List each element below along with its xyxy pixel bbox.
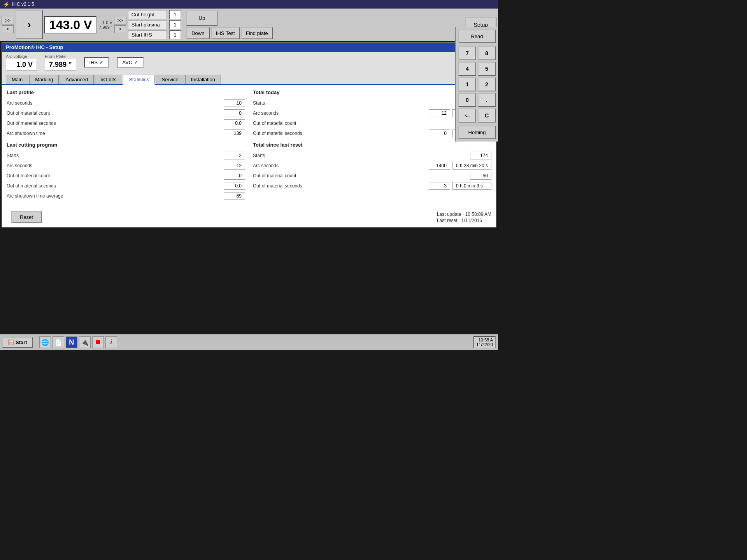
numpad-row-78: 7 8 <box>458 46 496 60</box>
tsr-arc-seconds-value: 1400 <box>429 162 450 170</box>
taskbar: 🪟 Start 🌐 📄 N 🔌 ⏹ i 10:58 A 11/22/20 <box>0 334 498 350</box>
cut-height-value: 1 <box>169 10 181 19</box>
lcp-out-material-seconds-label: Out of material seconds <box>7 183 224 189</box>
lcp-starts-row: Starts 2 <box>7 152 245 159</box>
numpad-1[interactable]: 1 <box>458 77 476 91</box>
tab-io-bits[interactable]: I/O bits <box>95 75 122 84</box>
top-bar: >> < › 143.0 V 1.0 V 7.989 " >> > Cut he… <box>0 9 498 41</box>
voltage-display: 143.0 V <box>44 16 96 33</box>
numpad-8[interactable]: 8 <box>478 46 496 60</box>
tab-service[interactable]: Service <box>156 75 184 84</box>
tt-out-material-seconds-value: 0 <box>429 130 450 137</box>
lp-out-material-count-label: Out of material count <box>7 110 224 116</box>
avc-checkmark: ✓ <box>134 60 138 65</box>
lp-out-material-count-row: Out of material count 0 <box>7 109 245 117</box>
avc-checkbox-group: AVC ✓ <box>117 57 144 68</box>
numpad-clear[interactable]: C <box>478 108 496 122</box>
controls-block: Cut height 1 Start plasma 1 Start IHS 1 <box>128 10 181 39</box>
lp-out-material-seconds-value: 0.0 <box>224 119 245 127</box>
start-plasma-row: Start plasma 1 <box>128 20 181 29</box>
ihs-checkbox-group: IHS ✓ <box>84 57 109 68</box>
ihs-checkmark: ✓ <box>99 60 103 65</box>
panel-title: ProMotion® iHC - Setup <box>2 43 496 52</box>
tsr-starts-row: Starts 174 <box>253 152 491 159</box>
last-update-value: 10:58:09 AM <box>465 212 491 217</box>
down-btn[interactable]: Down <box>186 27 210 39</box>
numpad-4[interactable]: 4 <box>458 62 476 76</box>
from-plate-section: From Plate 7.989 " <box>45 54 76 71</box>
last-cutting-title: Last cutting program <box>7 142 245 148</box>
tsr-out-material-seconds-value: 3 <box>429 182 450 190</box>
lcp-out-material-count-label: Out of material count <box>7 173 224 178</box>
app-icon: ⚡ <box>3 1 10 7</box>
tab-main[interactable]: Main <box>6 75 28 84</box>
lp-arc-shutdown-value: 139 <box>224 130 245 137</box>
homing-btn[interactable]: Homing <box>458 126 496 139</box>
clock: 10:58 A 11/22/20 <box>473 336 496 348</box>
nav-block: >> < <box>2 10 14 39</box>
tsr-out-material-seconds-row: Out of material seconds 3 0 h 0 min 3 s <box>253 182 491 190</box>
numpad-row-12: 1 2 <box>458 77 496 91</box>
tt-out-material-seconds-label: Out of material seconds <box>253 131 429 136</box>
start-plasma-label: Start plasma <box>128 20 167 29</box>
numpad-0[interactable]: 0 <box>458 93 476 107</box>
tsr-out-material-count-label: Out of material count <box>253 173 470 178</box>
statistics-content: Last profile Arc seconds 10 Out of mater… <box>2 85 496 207</box>
start-btn[interactable]: 🪟 Start <box>2 337 33 348</box>
lcp-out-material-count-value: 0 <box>224 172 245 180</box>
lcp-arc-shutdown-avg-row: Arc shutdown time average 69 <box>7 192 245 200</box>
avc-checkbox[interactable]: AVC ✓ <box>117 57 144 68</box>
up-btn[interactable]: Up <box>186 10 217 26</box>
voltage-sub: 1.0 V 7.989 " <box>99 20 112 30</box>
arc-voltage-value: 1.0 V <box>6 59 37 71</box>
tt-starts-label: Starts <box>253 100 470 106</box>
panel-header: Arc voltage 1.0 V From Plate 7.989 " IHS… <box>2 52 496 73</box>
tt-arc-seconds-value: 12 <box>429 109 450 117</box>
app-title: IHC v2.1.5 <box>12 2 34 7</box>
tab-installation[interactable]: Installation <box>185 75 221 84</box>
numpad: Read 7 8 4 5 1 2 0 . <-- C Homing <box>455 27 498 142</box>
last-update-label: Last update <box>437 212 461 217</box>
nav-single-forward-btn[interactable]: > <box>114 25 126 33</box>
taskbar-n-icon[interactable]: N <box>66 336 77 348</box>
lp-arc-seconds-label: Arc seconds <box>7 100 224 106</box>
avc-label: AVC <box>122 60 132 65</box>
main-panel: ProMotion® iHC - Setup Arc voltage 1.0 V… <box>2 42 496 228</box>
cut-height-row: Cut height 1 <box>128 10 181 19</box>
start-ihs-row: Start IHS 1 <box>128 30 181 39</box>
numpad-2[interactable]: 2 <box>478 77 496 91</box>
tab-advanced[interactable]: Advanced <box>60 75 94 84</box>
tt-arc-seconds-label: Arc seconds <box>253 110 429 116</box>
ihs-test-btn[interactable]: IHS Test <box>211 27 240 39</box>
numpad-backspace[interactable]: <-- <box>458 108 476 122</box>
nav-double-forward-btn[interactable]: >> <box>114 17 126 24</box>
arc-voltage-label: Arc voltage <box>6 54 27 59</box>
numpad-row-0dot: 0 . <box>458 93 496 107</box>
numpad-7[interactable]: 7 <box>458 46 476 60</box>
reset-btn[interactable]: Reset <box>11 211 42 223</box>
tab-marking[interactable]: Marking <box>29 75 59 84</box>
arc-voltage-section: Arc voltage 1.0 V <box>6 54 37 71</box>
tab-statistics[interactable]: Statistics <box>123 75 155 85</box>
numpad-5[interactable]: 5 <box>478 62 496 76</box>
nav-forward-double-btn[interactable]: >> <box>2 17 14 24</box>
lcp-starts-label: Starts <box>7 153 224 158</box>
tsr-out-material-count-row: Out of material count 50 <box>253 172 491 180</box>
taskbar-stop-icon[interactable]: ⏹ <box>92 336 104 348</box>
left-section: Last profile Arc seconds 10 Out of mater… <box>7 89 245 202</box>
taskbar-ie-icon[interactable]: 🌐 <box>39 336 51 348</box>
find-plate-btn[interactable]: Find plate <box>241 27 273 39</box>
taskbar-plug-icon[interactable]: 🔌 <box>79 336 91 348</box>
read-btn[interactable]: Read <box>458 30 496 43</box>
taskbar-doc-icon[interactable]: 📄 <box>53 336 64 348</box>
ihs-checkbox[interactable]: IHS ✓ <box>84 57 109 68</box>
nav-back-btn[interactable]: < <box>2 25 14 33</box>
taskbar-info-icon[interactable]: i <box>105 336 117 348</box>
nav-arrow-big-btn[interactable]: › <box>16 10 43 39</box>
lp-out-material-seconds-label: Out of material seconds <box>7 121 224 126</box>
numpad-row-45: 4 5 <box>458 62 496 76</box>
total-since-reset-title: Total since last reset <box>253 142 491 148</box>
lp-out-material-seconds-row: Out of material seconds 0.0 <box>7 119 245 127</box>
numpad-dot[interactable]: . <box>478 93 496 107</box>
tsr-starts-label: Starts <box>253 153 470 158</box>
